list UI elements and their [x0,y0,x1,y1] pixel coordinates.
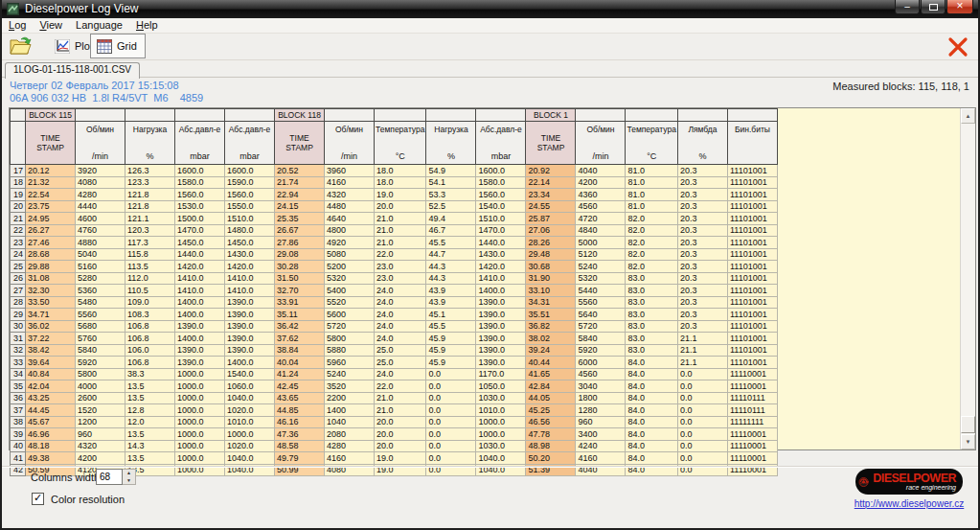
grid-cell[interactable]: 13.5 [125,392,175,404]
grid-cell[interactable]: 110.5 [125,285,175,297]
grid-cell[interactable]: 11101001 [727,272,777,285]
grid-cell[interactable]: 24.0 [375,368,426,380]
grid-cell[interactable]: 26.67 [275,224,325,237]
grid-cell[interactable]: 112.0 [125,272,175,285]
grid-cell[interactable]: 5400 [325,285,375,297]
grid-cell[interactable]: 82.0 [626,237,677,249]
grid-cell[interactable]: 48.18 [26,440,76,452]
grid-cell[interactable]: 24.0 [375,285,426,297]
grid-cell[interactable]: 1400.0 [476,285,526,297]
grid-cell[interactable]: 18.0 [375,176,426,189]
grid-cell[interactable]: 20.3 [677,165,727,177]
grid-cell[interactable]: 20.0 [375,440,426,452]
grid-cell[interactable]: 5600 [325,309,375,321]
row-number-cell[interactable]: 39 [11,428,26,441]
grid-cell[interactable]: 1600.0 [175,165,225,177]
grid-cell[interactable]: 48.98 [526,440,576,452]
grid-cell[interactable]: 12.0 [125,416,175,428]
grid-cell[interactable]: 52.5 [426,200,476,213]
grid-cell[interactable]: 21.0 [375,224,426,237]
grid-cell[interactable]: 1000.0 [175,416,225,428]
grid-cell[interactable]: 1800 [576,392,626,404]
grid-cell[interactable]: 24.95 [26,213,76,225]
grid-cell[interactable]: 11101001 [727,224,777,237]
grid-cell[interactable]: 43.25 [26,392,76,404]
grid-cell[interactable]: 1410.0 [175,272,225,285]
grid-cell[interactable]: 5120 [576,248,626,261]
grid-cell[interactable]: 1450.0 [175,237,225,249]
grid-cell[interactable]: 45.9 [426,357,476,369]
grid-cell[interactable]: 25.0 [375,344,426,357]
grid-cell[interactable]: 40.44 [526,357,576,369]
grid-cell[interactable]: 25.87 [526,213,576,225]
row-number-cell[interactable]: 34 [11,368,26,380]
grid-cell[interactable]: 45.9 [426,333,476,345]
grid-cell[interactable]: 1020.0 [225,404,275,417]
grid-cell[interactable]: 960 [576,416,626,428]
grid-cell[interactable]: 4040 [576,165,626,177]
grid-cell[interactable]: 11101001 [727,237,777,249]
grid-cell[interactable]: 115.8 [125,248,175,261]
grid-cell[interactable]: 113.5 [125,261,175,273]
grid-cell[interactable]: 48.58 [275,440,325,452]
grid-cell[interactable]: 83.0 [626,296,677,309]
grid-cell[interactable]: 1400.0 [175,333,225,345]
grid-cell[interactable]: 29.88 [26,261,76,273]
grid-cell[interactable]: 24.0 [375,320,426,333]
grid-cell[interactable]: 11101001 [727,189,777,201]
grid-cell[interactable]: 1040.0 [225,452,275,465]
grid-cell[interactable]: 30.68 [526,261,576,273]
grid-cell[interactable]: 32.70 [275,285,325,297]
grid-cell[interactable]: 106.8 [125,357,175,369]
grid-cell[interactable]: 49.4 [426,213,476,225]
grid-cell[interactable]: 84.0 [626,428,677,441]
grid-cell[interactable]: 1390.0 [225,344,275,357]
grid-cell[interactable]: 11101001 [727,248,777,261]
grid-cell[interactable]: 20.3 [677,261,727,273]
grid-cell[interactable]: 39.64 [26,357,76,369]
grid-cell[interactable]: 2200 [325,392,375,404]
grid-cell[interactable]: 5800 [325,333,375,345]
grid-cell[interactable]: 1040 [325,416,375,428]
grid-cell[interactable]: 1010.0 [476,404,526,417]
grid-cell[interactable]: 21.0 [375,404,426,417]
grid-cell[interactable]: 1410.0 [175,285,225,297]
grid-cell[interactable]: 47.36 [275,428,325,441]
grid-cell[interactable]: 5880 [325,344,375,357]
grid-cell[interactable]: 121.8 [125,200,175,213]
grid-cell[interactable]: 46.56 [526,416,576,428]
grid-cell[interactable]: 1390.0 [225,296,275,309]
vertical-scrollbar[interactable]: ▲ ▼ [960,108,975,449]
grid-cell[interactable]: 46.7 [426,224,476,237]
menu-item-help[interactable]: Help [129,18,165,31]
grid-cell[interactable]: 45.5 [426,320,476,333]
grid-cell[interactable]: 1000.0 [175,380,225,393]
grid-cell[interactable]: 46.16 [275,416,325,428]
grid-cell[interactable]: 121.1 [125,213,175,225]
grid-cell[interactable]: 1040.0 [476,452,526,465]
grid-cell[interactable]: 24.15 [275,200,325,213]
grid-cell[interactable]: 32.30 [26,285,76,297]
grid-cell[interactable]: 1390.0 [175,357,225,369]
grid-cell[interactable]: 1550.0 [225,200,275,213]
grid-cell[interactable]: 0.0 [677,368,727,380]
grid-cell[interactable]: 24.0 [375,309,426,321]
grid-cell[interactable]: 24.55 [526,200,576,213]
row-number-cell[interactable]: 23 [11,237,26,249]
grid-cell[interactable]: 11110111 [727,392,777,404]
grid-cell[interactable]: 39.24 [526,344,576,357]
row-number-cell[interactable]: 32 [11,344,26,357]
grid-cell[interactable]: 4720 [576,213,626,225]
grid-cell[interactable]: 1390.0 [476,296,526,309]
grid-cell[interactable]: 20.3 [677,309,727,321]
grid-cell[interactable]: 19.0 [375,189,426,201]
row-number-cell[interactable]: 33 [11,357,26,369]
grid-cell[interactable]: 31.50 [275,272,325,285]
grid-cell[interactable]: 23.75 [26,200,76,213]
grid-cell[interactable]: 4880 [76,237,125,249]
grid-cell[interactable]: 1400.0 [175,296,225,309]
grid-cell[interactable]: 1420.0 [175,261,225,273]
grid-cell[interactable]: 21.74 [275,176,325,189]
grid-cell[interactable]: 1440.0 [476,237,526,249]
grid-cell[interactable]: 28.26 [526,237,576,249]
